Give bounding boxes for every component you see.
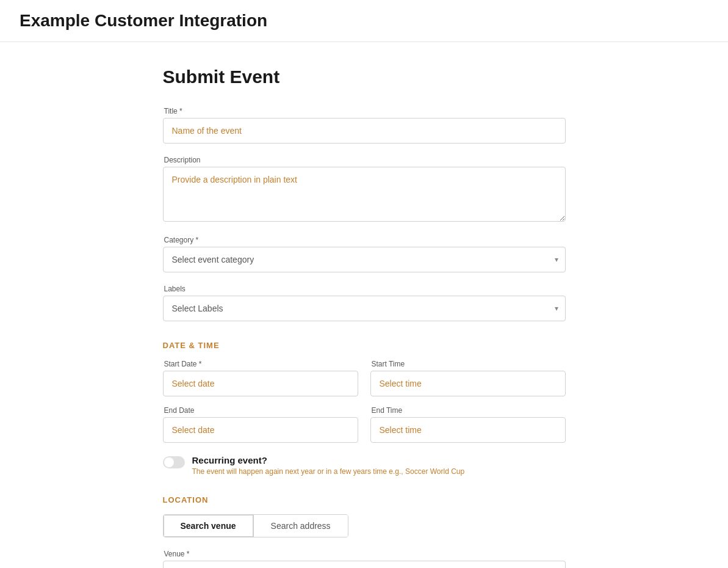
recurring-hint: The event will happen again next year or… xyxy=(192,467,465,476)
title-field-group: Title * xyxy=(163,107,566,144)
start-date-time-row: Start Date * Start Time xyxy=(163,360,566,396)
recurring-text-group: Recurring event? The event will happen a… xyxy=(192,455,465,476)
labels-field-group: Labels Select Labels ▾ xyxy=(163,285,566,321)
start-date-input[interactable] xyxy=(163,371,358,396)
category-select-wrapper: Select event category ▾ xyxy=(163,247,566,272)
title-label: Title * xyxy=(163,107,566,115)
start-time-label: Start Time xyxy=(370,360,566,368)
description-label: Description xyxy=(163,156,566,164)
start-time-input[interactable] xyxy=(370,371,566,396)
venue-field-group: Venue * xyxy=(163,550,566,568)
end-time-input[interactable] xyxy=(370,417,566,443)
start-time-group: Start Time xyxy=(370,360,566,396)
end-date-group: End Date xyxy=(163,406,358,443)
recurring-label: Recurring event? xyxy=(192,455,465,465)
description-input[interactable] xyxy=(163,167,566,222)
category-select[interactable]: Select event category xyxy=(163,247,566,272)
title-input[interactable] xyxy=(163,118,566,144)
app-header: Example Customer Integration xyxy=(0,0,728,42)
recurring-row: Recurring event? The event will happen a… xyxy=(163,455,566,476)
end-time-group: End Time xyxy=(370,406,566,443)
venue-label: Venue * xyxy=(163,550,566,558)
date-time-section-heading: DATE & TIME xyxy=(163,341,566,350)
description-field-group: Description xyxy=(163,156,566,224)
recurring-toggle[interactable] xyxy=(163,456,185,468)
end-time-label: End Time xyxy=(370,406,566,415)
category-label: Category * xyxy=(163,236,566,244)
form-title: Submit Event xyxy=(163,67,566,87)
tab-search-venue[interactable]: Search venue xyxy=(164,515,254,537)
location-section-heading: LOCATION xyxy=(163,495,566,504)
labels-label: Labels xyxy=(163,285,566,293)
main-content: Submit Event Title * Description Categor… xyxy=(151,42,578,568)
start-date-label: Start Date * xyxy=(163,360,358,368)
end-date-label: End Date xyxy=(163,406,358,415)
start-date-group: Start Date * xyxy=(163,360,358,396)
category-field-group: Category * Select event category ▾ xyxy=(163,236,566,272)
venue-input-wrapper[interactable] xyxy=(163,561,566,568)
end-date-input[interactable] xyxy=(163,417,358,443)
location-tabs: Search venue Search address xyxy=(163,514,348,537)
labels-select-wrapper: Select Labels ▾ xyxy=(163,296,566,321)
app-title: Example Customer Integration xyxy=(20,11,708,31)
labels-select[interactable]: Select Labels xyxy=(163,296,566,321)
tab-search-address[interactable]: Search address xyxy=(254,515,348,537)
end-date-time-row: End Date End Time xyxy=(163,406,566,443)
location-section: LOCATION Search venue Search address Ven… xyxy=(163,495,566,568)
